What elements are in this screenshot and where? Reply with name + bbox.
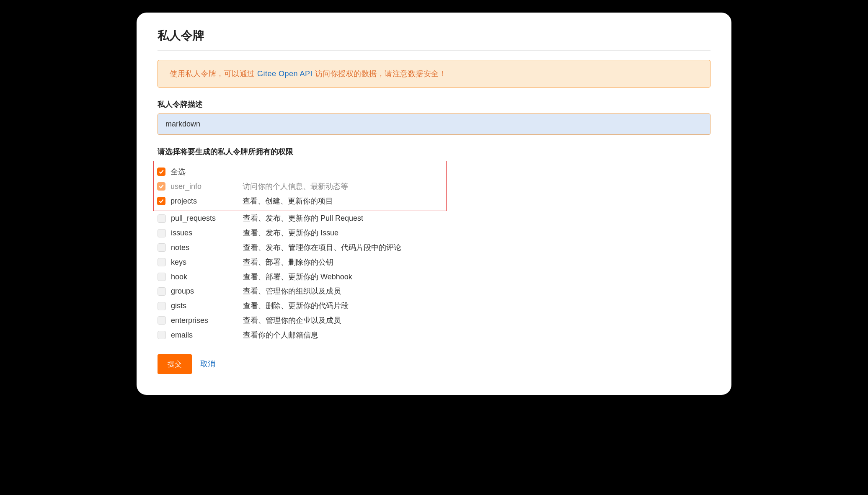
perm-row-enterprises: enterprises 查看、管理你的企业以及成员 [158, 313, 710, 328]
gitee-open-api-link[interactable]: Gitee Open API [257, 70, 313, 78]
submit-button[interactable]: 提交 [158, 354, 192, 374]
page-title: 私人令牌 [158, 28, 710, 51]
perm-row-user-info: user_info 访问你的个人信息、最新动态等 [157, 179, 443, 194]
checkbox-gists[interactable] [158, 302, 166, 310]
token-settings-card: 私人令牌 使用私人令牌，可以通过 Gitee Open API 访问你授权的数据… [137, 13, 731, 395]
perm-notes-desc: 查看、发布、管理你在项目、代码片段中的评论 [243, 242, 401, 254]
perm-emails-desc: 查看你的个人邮箱信息 [243, 329, 318, 341]
perm-gists-name: gists [171, 300, 243, 312]
checkbox-notes[interactable] [158, 243, 166, 252]
perm-row-groups: groups 查看、管理你的组织以及成员 [158, 284, 710, 299]
permissions-list: 全选 user_info 访问你的个人信息、最新动态等 projects 查看、… [158, 161, 710, 343]
notice-text-post: 访问你授权的数据，请注意数据安全！ [313, 70, 447, 78]
perm-row-gists: gists 查看、删除、更新你的代码片段 [158, 299, 710, 313]
perm-issues-desc: 查看、发布、更新你的 Issue [243, 227, 338, 239]
perm-issues-name: issues [171, 227, 243, 239]
perm-user-info-desc: 访问你的个人信息、最新动态等 [243, 180, 348, 193]
perm-notes-name: notes [171, 242, 243, 254]
token-description-input[interactable] [158, 113, 710, 135]
perm-emails-name: emails [171, 329, 243, 341]
perm-row-keys: keys 查看、部署、删除你的公钥 [158, 255, 710, 270]
notice-text-pre: 使用私人令牌，可以通过 [170, 70, 257, 78]
perm-enterprises-name: enterprises [171, 315, 243, 327]
permissions-label: 请选择将要生成的私人令牌所拥有的权限 [158, 147, 710, 157]
perm-projects-desc: 查看、创建、更新你的项目 [243, 195, 333, 207]
perm-pull-requests-desc: 查看、发布、更新你的 Pull Request [243, 212, 363, 224]
description-label: 私人令牌描述 [158, 99, 710, 109]
security-notice: 使用私人令牌，可以通过 Gitee Open API 访问你授权的数据，请注意数… [158, 60, 710, 88]
perm-row-projects: projects 查看、创建、更新你的项目 [157, 194, 443, 209]
checkbox-groups[interactable] [158, 287, 166, 296]
checkbox-hook[interactable] [158, 273, 166, 281]
cancel-button[interactable]: 取消 [200, 359, 215, 369]
perm-keys-name: keys [171, 256, 243, 268]
check-icon [158, 198, 164, 204]
perm-row-emails: emails 查看你的个人邮箱信息 [158, 328, 710, 343]
perm-keys-desc: 查看、部署、删除你的公钥 [243, 256, 333, 268]
check-icon [158, 169, 164, 175]
checkbox-enterprises[interactable] [158, 316, 166, 325]
checkbox-user-info[interactable] [157, 182, 165, 191]
perm-row-pull-requests: pull_requests 查看、发布、更新你的 Pull Request [158, 211, 710, 226]
checkbox-pull-requests[interactable] [158, 214, 166, 223]
perm-hook-desc: 查看、部署、更新你的 Webhook [243, 271, 352, 283]
perm-row-select-all: 全选 [157, 165, 443, 179]
checkbox-issues[interactable] [158, 229, 166, 237]
checkbox-projects[interactable] [157, 197, 165, 205]
perm-user-info-name: user_info [170, 180, 243, 193]
perm-row-notes: notes 查看、发布、管理你在项目、代码片段中的评论 [158, 240, 710, 255]
perm-select-all-label: 全选 [170, 166, 243, 178]
checkbox-select-all[interactable] [157, 168, 165, 176]
checkbox-keys[interactable] [158, 258, 166, 266]
highlighted-permissions: 全选 user_info 访问你的个人信息、最新动态等 projects 查看、… [153, 161, 447, 211]
perm-groups-desc: 查看、管理你的组织以及成员 [243, 285, 341, 297]
perm-gists-desc: 查看、删除、更新你的代码片段 [243, 300, 349, 312]
perm-hook-name: hook [171, 271, 243, 283]
check-icon [158, 183, 164, 189]
perm-projects-name: projects [170, 195, 243, 207]
perm-enterprises-desc: 查看、管理你的企业以及成员 [243, 315, 341, 327]
perm-row-issues: issues 查看、发布、更新你的 Issue [158, 226, 710, 240]
perm-row-hook: hook 查看、部署、更新你的 Webhook [158, 270, 710, 284]
form-actions: 提交 取消 [158, 354, 710, 374]
perm-groups-name: groups [171, 285, 243, 297]
checkbox-emails[interactable] [158, 331, 166, 339]
perm-pull-requests-name: pull_requests [171, 212, 243, 224]
